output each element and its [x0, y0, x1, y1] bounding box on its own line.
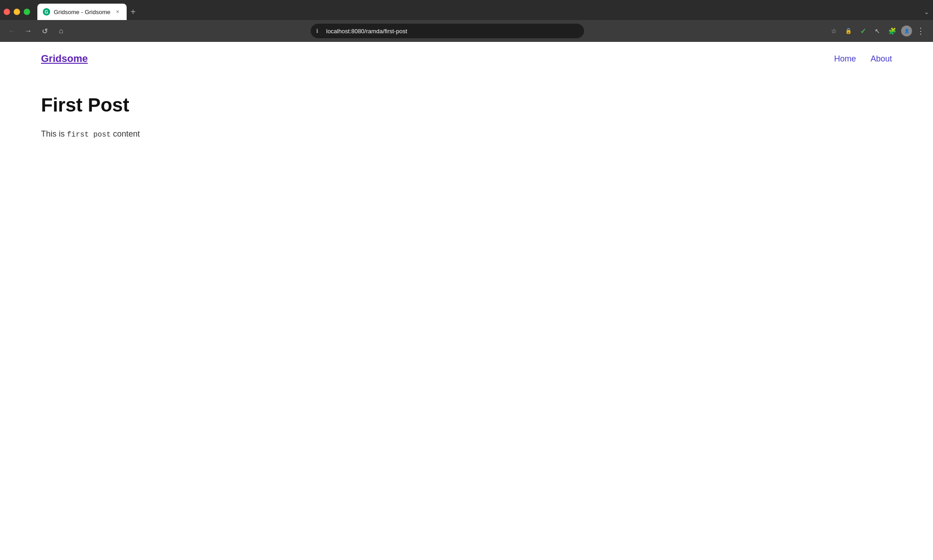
bookmark-icon[interactable]: ☆	[827, 25, 840, 37]
post-content: First Post This is first post content	[0, 76, 933, 159]
menu-dots-icon: ⋮	[917, 26, 926, 36]
tab-favicon-icon: G	[43, 8, 50, 15]
security-icon: ℹ	[316, 28, 318, 34]
menu-button[interactable]: ⋮	[915, 25, 928, 37]
address-box[interactable]: ℹ localhost:8080/ramda/first-post	[311, 24, 584, 38]
extensions-icon[interactable]: 🧩	[886, 25, 898, 37]
reload-button[interactable]: ↺	[38, 25, 51, 37]
avatar-icon[interactable]: 👤	[900, 25, 913, 37]
toolbar-right: ☆ 🔒 ✓ ↖ 🧩 👤 ⋮	[827, 25, 928, 37]
tab-bar: G Gridsome - Gridsome × + ⌄	[0, 0, 933, 20]
post-body-code: first post	[67, 131, 111, 139]
nav-home-link[interactable]: Home	[834, 54, 856, 64]
post-body-prefix: This is	[41, 129, 67, 138]
url-text: localhost:8080/ramda/first-post	[326, 28, 407, 35]
post-title: First Post	[41, 94, 892, 117]
active-tab[interactable]: G Gridsome - Gridsome ×	[37, 4, 127, 20]
grammarly-icon[interactable]: ✓	[856, 25, 869, 37]
back-button[interactable]: ←	[5, 25, 18, 37]
post-body-suffix: content	[111, 129, 140, 138]
user-avatar: 👤	[901, 25, 912, 36]
tab-title: Gridsome - Gridsome	[54, 9, 110, 15]
page-content: Gridsome Home About First Post This is f…	[0, 42, 933, 560]
site-nav: Home About	[834, 54, 892, 64]
extension1-icon[interactable]: 🔒	[842, 25, 855, 37]
address-wrapper: ℹ localhost:8080/ramda/first-post	[71, 24, 824, 38]
browser-chrome: G Gridsome - Gridsome × + ⌄ ← → ↺ ⌂ ℹ lo…	[0, 0, 933, 42]
maximize-button[interactable]	[24, 9, 30, 15]
site-header: Gridsome Home About	[0, 42, 933, 76]
post-body: This is first post content	[41, 127, 892, 141]
address-bar: ← → ↺ ⌂ ℹ localhost:8080/ramda/first-pos…	[0, 20, 933, 42]
tab-close-button[interactable]: ×	[114, 8, 121, 15]
cursor-icon[interactable]: ↖	[871, 25, 884, 37]
site-logo[interactable]: Gridsome	[41, 53, 88, 65]
svg-text:G: G	[45, 10, 48, 15]
nav-about-link[interactable]: About	[871, 54, 892, 64]
close-button[interactable]	[4, 9, 10, 15]
home-button[interactable]: ⌂	[55, 25, 67, 37]
tab-expand-icon: ⌄	[924, 8, 929, 15]
new-tab-button[interactable]: +	[127, 7, 139, 16]
forward-button[interactable]: →	[22, 25, 35, 37]
minimize-button[interactable]	[14, 9, 20, 15]
window-controls	[4, 9, 30, 15]
